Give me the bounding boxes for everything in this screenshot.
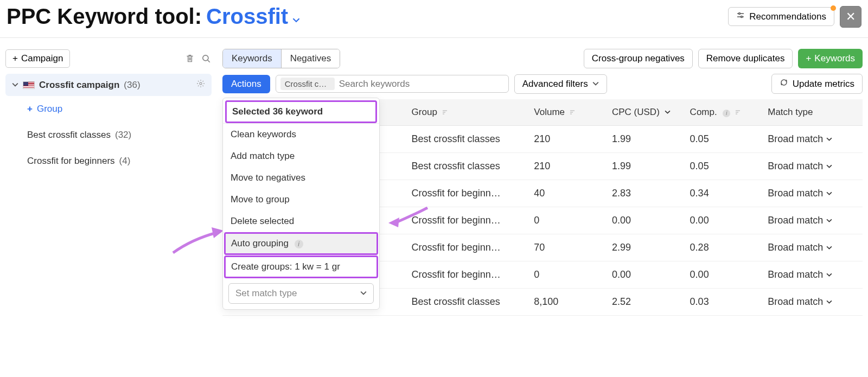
dropdown-item-clean-keywords[interactable]: Clean keywords [223,124,379,145]
annotation-arrow [384,207,438,241]
plus-icon: + [12,53,18,64]
match-type-select[interactable]: Broad match [768,242,857,253]
header-actions: Recommendations ✕ [728,6,861,28]
comp-cell: 0.34 [685,180,763,207]
column-header-comp[interactable]: Comp. i [685,99,763,126]
plus-icon: + [806,53,811,64]
dropdown-item-auto-grouping[interactable]: Auto grouping i [226,234,376,253]
dropdown-item-add-match-type[interactable]: Add match type [223,145,379,167]
column-header-match-type[interactable]: Match type [762,99,863,126]
advanced-filters-label: Advanced filters [522,79,588,90]
project-name: Crossfit [206,4,288,29]
group-cell: Best crossfit classes [412,161,500,171]
sort-icon [570,108,575,117]
sliders-icon [736,11,745,22]
dropdown-item-create-groups[interactable]: Create groups: 1 kw = 1 gr [226,257,376,277]
match-type-value: Broad match [768,188,823,199]
comp-cell: 0.28 [685,234,763,261]
search-keywords-input-wrap[interactable]: Crossfit ca… [276,75,509,93]
svg-marker-5 [212,227,224,238]
svg-point-0 [739,13,741,15]
match-type-select[interactable]: Broad match [768,161,857,172]
cpc-cell: 1.99 [607,153,685,180]
annotation-arrow [170,223,230,263]
page-header: PPC Keyword tool: Crossfit Recommendatio… [0,0,868,38]
chevron-down-icon [826,133,832,145]
volume-cell: 210 [528,126,607,153]
dropdown-item-move-to-negatives[interactable]: Move to negatives [223,167,379,189]
tab-keywords[interactable]: Keywords [223,49,282,68]
add-keywords-button[interactable]: + Keywords [798,49,863,68]
page-title-wrap: PPC Keyword tool: Crossfit [7,4,300,29]
auto-grouping-label: Auto grouping [231,238,289,248]
volume-cell: 210 [528,153,607,180]
svg-point-3 [200,82,202,85]
group-cell: Crossfit for beginn… [412,269,501,280]
group-count: (4) [119,156,131,167]
cross-group-negatives-button[interactable]: Cross-group negatives [584,49,693,68]
add-campaign-label: Campaign [21,53,63,64]
group-cell: Crossfit for beginn… [412,188,501,199]
filter-chip[interactable]: Crossfit ca… [280,78,335,90]
set-match-type-label: Set match type [235,288,297,299]
group-name: Crossfit for beginners [27,156,115,167]
svg-point-1 [741,16,743,18]
add-group-button[interactable]: + Group [5,96,212,122]
match-type-select[interactable]: Broad match [768,215,857,226]
match-type-value: Broad match [768,269,823,280]
actions-button[interactable]: Actions [222,75,270,93]
advanced-filters-button[interactable]: Advanced filters [514,74,607,94]
set-match-type-select[interactable]: Set match type [228,283,374,304]
search-keywords-input[interactable] [339,79,504,90]
campaign-name: Crossfit campaign [39,80,119,91]
search-icon[interactable] [201,53,212,64]
trash-icon[interactable] [184,53,195,64]
group-name: Best crossfit classes [27,130,111,140]
sidebar: Crossfit campaign (36) + Group Best cros… [5,74,212,174]
gear-icon[interactable] [196,79,205,91]
match-type-value: Broad match [768,161,823,172]
chevron-down-icon [826,242,832,253]
right-panel: Actions Crossfit ca… Advanced filters Up… [222,74,863,316]
sidebar-group-item[interactable]: Best crossfit classes (32) [5,122,212,148]
remove-duplicates-button[interactable]: Remove duplicates [698,49,793,68]
group-count: (32) [115,130,131,140]
notification-badge [831,5,836,11]
volume-cell: 8,100 [528,289,607,316]
chevron-down-icon [292,4,300,29]
close-button[interactable]: ✕ [840,6,861,28]
match-type-value: Broad match [768,296,823,308]
top-buttons: Cross-group negatives Remove duplicates … [584,49,863,68]
chevron-down-icon [826,188,832,199]
sort-icon [735,108,741,117]
match-type-value: Broad match [768,215,823,226]
cpc-cell: 2.52 [607,289,685,316]
match-type-select[interactable]: Broad match [768,133,857,145]
add-campaign-button[interactable]: + Campaign [5,49,70,68]
info-icon: i [295,240,303,248]
project-selector[interactable]: Crossfit [206,4,300,29]
dropdown-item-move-to-group[interactable]: Move to group [223,189,379,210]
chevron-down-icon [826,296,832,308]
column-header-volume[interactable]: Volume [528,99,607,126]
recommendations-label: Recommendations [749,11,826,22]
dropdown-item-delete-selected[interactable]: Delete selected [223,210,379,232]
cpc-cell: 0.00 [607,207,685,234]
comp-cell: 0.00 [685,261,763,289]
chevron-down-icon [826,215,832,226]
sidebar-campaign-row[interactable]: Crossfit campaign (36) [5,74,212,96]
match-type-select[interactable]: Broad match [768,188,857,199]
match-type-select[interactable]: Broad match [768,269,857,280]
volume-cell: 70 [528,234,607,261]
match-type-value: Broad match [768,242,823,253]
tab-negatives[interactable]: Negatives [282,49,340,68]
column-header-cpc[interactable]: CPC (USD) [607,99,685,126]
recommendations-button[interactable]: Recommendations [728,7,834,26]
column-header-group[interactable]: Group [406,99,529,126]
highlight-annotation: Selected 36 keyword [225,100,377,123]
update-metrics-button[interactable]: Update metrics [771,74,863,94]
sort-icon [442,108,448,117]
left-toolbar: + Campaign [5,49,212,68]
match-type-select[interactable]: Broad match [768,296,857,308]
sidebar-group-item[interactable]: Crossfit for beginners (4) [5,148,212,174]
